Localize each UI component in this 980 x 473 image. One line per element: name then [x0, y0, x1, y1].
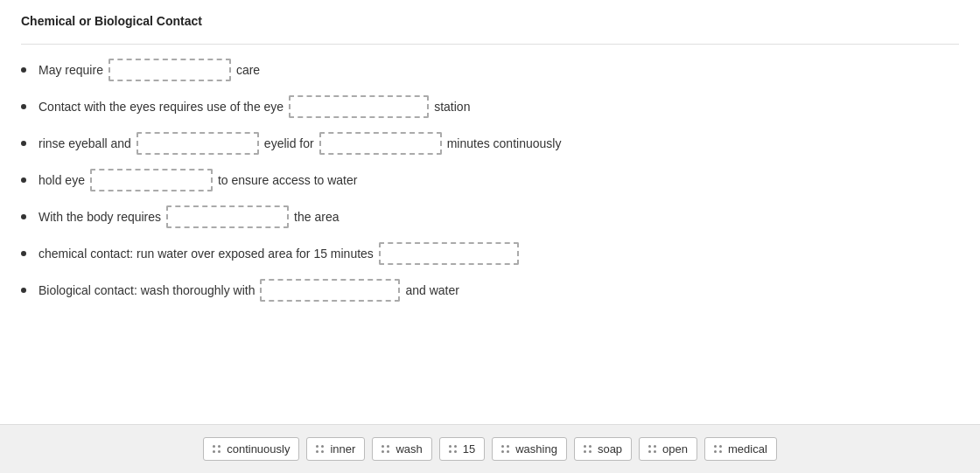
- chip-soap[interactable]: soap: [574, 437, 632, 461]
- list-item: chemical contact: run water over exposed…: [21, 242, 959, 265]
- bullet-suffix: care: [236, 63, 260, 77]
- bullet-suffix: and water: [405, 283, 458, 297]
- drag-handle-icon: [714, 445, 723, 454]
- list-item: May require care: [21, 59, 959, 81]
- drop-zone-1[interactable]: [136, 132, 259, 155]
- chip-label: inner: [330, 442, 355, 456]
- drop-zone-1[interactable]: [108, 59, 231, 81]
- list-item: With the body requires the area: [21, 205, 959, 228]
- chip-label: open: [662, 442, 688, 456]
- bullet-dot: [21, 288, 26, 293]
- bullet-prefix: May require: [38, 63, 103, 77]
- drag-handle-icon: [501, 445, 510, 454]
- chip-open[interactable]: open: [639, 437, 697, 461]
- bullet-middle: eyelid for: [264, 136, 314, 150]
- bullet-prefix: With the body requires: [38, 210, 161, 224]
- chip-label: washing: [515, 442, 557, 456]
- chip-label: continuously: [227, 442, 290, 456]
- drop-zone-1[interactable]: [260, 279, 400, 302]
- drop-zone-1[interactable]: [289, 95, 429, 118]
- drag-handle-icon: [213, 445, 221, 454]
- drag-handle-icon: [316, 445, 325, 454]
- bullet-prefix: hold eye: [38, 173, 85, 187]
- chip-label: soap: [598, 442, 622, 456]
- bullet-suffix: station: [434, 100, 470, 114]
- drag-handle-icon: [449, 445, 458, 454]
- list-item: rinse eyeball and eyelid for minutes con…: [21, 132, 959, 155]
- chip-medical[interactable]: medical: [704, 437, 777, 461]
- chip-inner[interactable]: inner: [306, 437, 365, 461]
- chip-15[interactable]: 15: [439, 437, 485, 461]
- list-item: Biological contact: wash thoroughly with…: [21, 279, 959, 302]
- bullet-dot: [21, 177, 26, 183]
- drop-zone-1[interactable]: [166, 205, 289, 228]
- drag-handle-icon: [584, 445, 592, 454]
- bullet-prefix: Biological contact: wash thoroughly with: [38, 283, 255, 297]
- bullet-suffix: the area: [294, 210, 339, 224]
- list-item: Contact with the eyes requires use of th…: [21, 95, 959, 118]
- chip-label: wash: [396, 442, 422, 456]
- title-divider: [21, 44, 959, 45]
- bullet-dot: [21, 67, 26, 73]
- bullet-prefix: rinse eyeball and: [38, 136, 131, 150]
- chip-label: 15: [463, 442, 475, 456]
- drag-handle-icon: [648, 445, 657, 454]
- bullet-dot: [21, 251, 26, 256]
- footer-bar: continuouslyinnerwash15washingsoapopenme…: [0, 424, 980, 473]
- bullet-dot: [21, 104, 26, 109]
- chip-continuously[interactable]: continuously: [203, 437, 299, 461]
- chip-washing[interactable]: washing: [492, 437, 567, 461]
- bullet-dot: [21, 141, 26, 146]
- bullet-suffix: minutes continuously: [447, 136, 562, 150]
- main-content: Chemical or Biological Contact May requi…: [0, 0, 980, 424]
- bullet-prefix: Contact with the eyes requires use of th…: [38, 100, 284, 114]
- bullet-list: May require careContact with the eyes re…: [21, 59, 959, 302]
- bullet-prefix: chemical contact: run water over exposed…: [38, 247, 374, 261]
- section-title: Chemical or Biological Contact: [21, 14, 959, 28]
- drop-zone-1[interactable]: [90, 169, 213, 191]
- drag-handle-icon: [382, 445, 390, 454]
- drop-zone-2[interactable]: [319, 132, 442, 155]
- chip-wash[interactable]: wash: [372, 437, 431, 461]
- bullet-dot: [21, 214, 26, 219]
- bullet-suffix: to ensure access to water: [218, 173, 358, 187]
- list-item: hold eye to ensure access to water: [21, 169, 959, 191]
- chip-label: medical: [728, 442, 767, 456]
- drop-zone-1[interactable]: [379, 242, 519, 265]
